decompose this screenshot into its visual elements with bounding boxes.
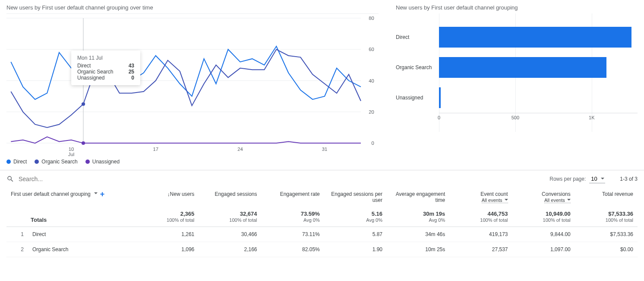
chevron-down-icon — [94, 192, 98, 196]
bar-label: Direct — [396, 34, 439, 40]
svg-text:Jul: Jul — [68, 152, 74, 156]
cell: 27,537 — [449, 242, 512, 257]
legend-item[interactable]: Unassigned — [85, 159, 120, 165]
totals-sub: Avg 0% — [366, 217, 382, 223]
row-index: 1 — [11, 231, 24, 237]
cell: 10m 25s — [387, 242, 449, 257]
bar-label: Organic Search — [396, 64, 439, 70]
line-chart-legend: DirectOrganic SearchUnassigned — [6, 159, 379, 165]
column-header[interactable]: Event count — [480, 191, 508, 197]
table-row[interactable]: 2Organic Search 1,0962,16682.05%1.9010m … — [6, 242, 638, 257]
bar-chart-panel: New users by First user default channel … — [396, 4, 638, 165]
rows-per-page-select[interactable]: 10 — [589, 175, 605, 183]
cell: $0.00 — [575, 242, 638, 257]
dimension-header[interactable]: First user default channel grouping — [11, 191, 91, 197]
totals-value: 73.59% — [266, 211, 320, 217]
legend-swatch — [35, 160, 39, 164]
svg-point-18 — [82, 141, 85, 145]
column-header[interactable]: Engaged sessions — [215, 191, 257, 197]
data-table: First user default channel grouping + ↓N… — [6, 185, 638, 257]
line-chart-panel: New users by First user default channel … — [6, 4, 379, 165]
bar-fill — [439, 57, 606, 78]
svg-text:0: 0 — [371, 140, 374, 146]
totals-value: 10,949.00 — [517, 211, 571, 217]
bar-chart[interactable]: Direct Organic Search Unassigned 05001K — [396, 13, 638, 156]
bar-x-tick: 500 — [511, 115, 519, 120]
bar-fill — [439, 87, 441, 108]
column-filter-link[interactable]: All events — [482, 198, 508, 203]
row-dimension: Direct — [32, 231, 46, 237]
table-toolbar: Rows per page: 10 1-3 of 3 — [6, 170, 638, 185]
totals-value: 2,365 — [140, 211, 194, 217]
line-chart-title: New users by First user default channel … — [6, 4, 379, 11]
svg-text:24: 24 — [237, 147, 243, 152]
line-chart[interactable]: 020406080 10172431Jul Mon 11 Jul Direct4… — [6, 13, 379, 156]
svg-point-17 — [82, 102, 85, 106]
svg-text:20: 20 — [369, 109, 374, 115]
totals-value: 5.16 — [328, 211, 382, 217]
page-range: 1-3 of 3 — [620, 176, 638, 182]
cell: 419,173 — [449, 227, 512, 242]
totals-sub: 100% of total — [229, 217, 257, 223]
legend-swatch — [85, 160, 90, 164]
bar-chart-title: New users by First user default channel … — [396, 4, 638, 11]
cell: 1,261 — [136, 227, 199, 242]
totals-sub: Avg 0% — [429, 217, 445, 223]
totals-value: $7,533.36 — [579, 211, 633, 217]
svg-text:31: 31 — [322, 147, 328, 152]
totals-sub: 100% of total — [480, 217, 508, 223]
bar-row[interactable]: Organic Search — [396, 52, 638, 83]
cell: 1.90 — [324, 242, 387, 257]
cell: 2,166 — [199, 242, 261, 257]
totals-label: Totals — [31, 217, 132, 223]
table-row[interactable]: 1Direct 1,26130,46673.11%5.8734m 46s419,… — [6, 227, 638, 242]
svg-text:17: 17 — [153, 147, 158, 152]
column-header[interactable]: Engaged sessions per user — [331, 191, 382, 203]
tooltip-series-value: 43 — [129, 63, 134, 69]
bar-x-tick: 0 — [438, 115, 440, 120]
cell: 5.87 — [324, 227, 387, 242]
tooltip-series-label: Unassigned — [77, 75, 104, 81]
column-header[interactable]: Average engagement time — [396, 191, 445, 203]
totals-sub: 100% of total — [167, 217, 194, 223]
bar-x-tick: 1K — [589, 115, 594, 120]
cell: 9,844.00 — [512, 227, 575, 242]
bar-row[interactable]: Unassigned — [396, 83, 638, 113]
svg-text:60: 60 — [369, 47, 374, 52]
column-header[interactable]: ↓New users — [167, 191, 195, 197]
row-dimension: Organic Search — [32, 246, 68, 252]
rows-per-page-label: Rows per page: — [549, 176, 586, 182]
tooltip-date: Mon 11 Jul — [77, 55, 134, 61]
column-header[interactable]: Engagement rate — [280, 191, 320, 197]
cell: 1,097.00 — [512, 242, 575, 257]
tooltip-series-value: 0 — [131, 75, 134, 81]
column-filter-link[interactable]: All events — [544, 198, 571, 203]
row-index: 2 — [11, 246, 24, 252]
column-header[interactable]: Conversions — [542, 191, 571, 197]
cell: 30,466 — [199, 227, 261, 242]
svg-text:10: 10 — [69, 147, 74, 152]
bar-row[interactable]: Direct — [396, 22, 638, 52]
sort-arrow-down-icon: ↓ — [167, 192, 170, 198]
totals-value: 30m 19s — [391, 211, 445, 217]
legend-item[interactable]: Direct — [6, 159, 27, 165]
tooltip-series-value: 25 — [129, 69, 134, 75]
svg-text:40: 40 — [369, 78, 374, 83]
legend-swatch — [6, 160, 11, 164]
totals-sub: 100% of total — [606, 217, 633, 223]
chart-tooltip: Mon 11 Jul Direct43Organic Search25Unass… — [71, 51, 140, 85]
search-icon — [6, 175, 14, 183]
cell: 82.05% — [262, 242, 324, 257]
totals-sub: Avg 0% — [303, 217, 320, 223]
legend-item[interactable]: Organic Search — [35, 159, 77, 165]
tooltip-series-label: Direct — [77, 63, 91, 69]
totals-value: 32,674 — [203, 211, 257, 217]
tooltip-series-label: Organic Search — [77, 69, 113, 75]
totals-sub: 100% of total — [543, 217, 571, 223]
cell: 1,096 — [136, 242, 199, 257]
search-input[interactable] — [18, 175, 545, 183]
cell: $7,533.36 — [575, 227, 638, 242]
chevron-down-icon — [505, 199, 508, 202]
svg-text:80: 80 — [369, 16, 374, 21]
column-header[interactable]: Total revenue — [602, 191, 633, 197]
